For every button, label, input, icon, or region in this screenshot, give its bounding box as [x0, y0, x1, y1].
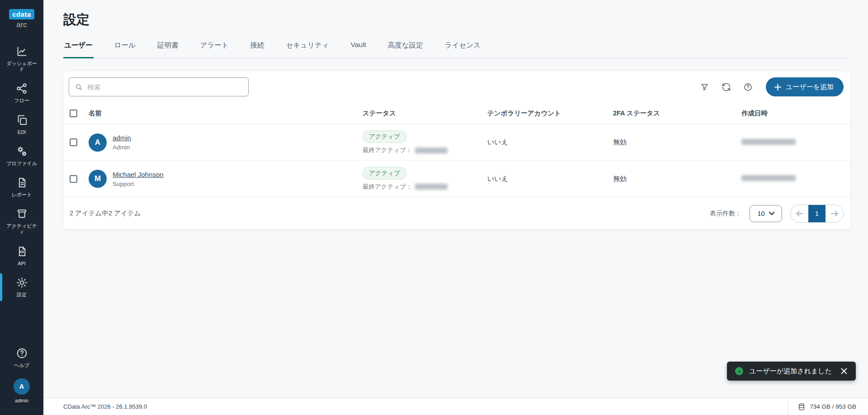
user-name-link[interactable]: Michael Johnson — [113, 171, 164, 178]
arc-logo-text: arc — [16, 20, 27, 29]
sidebar-item-help[interactable]: ヘルプ — [0, 342, 43, 373]
close-icon — [840, 367, 848, 375]
sidebar-item-edi[interactable]: EDI — [0, 109, 43, 140]
created-cell — [741, 175, 844, 183]
avatar: A — [89, 134, 107, 152]
select-all-checkbox[interactable] — [70, 110, 77, 117]
tab-roles[interactable]: ロール — [113, 41, 137, 58]
col-header-created: 作成日時 — [741, 109, 844, 118]
sidebar-item-label: アクティビティ — [5, 223, 38, 235]
dashboard-icon — [16, 45, 28, 57]
col-header-name: 名前 — [89, 109, 363, 118]
sidebar-item-label: EDI — [18, 129, 26, 135]
current-page-button[interactable]: 1 — [808, 205, 826, 222]
tab-security[interactable]: セキュリティ — [285, 41, 330, 58]
redacted-value — [741, 139, 796, 145]
search-box — [69, 77, 249, 96]
disk-icon — [797, 403, 806, 411]
sidebar-item-label: ヘルプ — [14, 363, 29, 368]
twofa-status-cell: 無効 — [613, 138, 741, 147]
table-row: A admin Admin アクティブ 最終アクティブ： いいえ — [63, 124, 851, 161]
tab-licensing[interactable]: ライセンス — [444, 41, 481, 58]
row-checkbox[interactable] — [70, 138, 77, 146]
toast-notification: ユーザーが追加されました — [727, 362, 856, 381]
sidebar-item-dashboard[interactable]: ダッシュボード — [0, 40, 43, 77]
sidebar-item-label: API — [18, 261, 26, 267]
toast-close-button[interactable] — [840, 367, 848, 375]
last-active-row: 最終アクティブ： — [363, 146, 487, 154]
refresh-icon — [722, 82, 731, 92]
app-root: cdata arc ダッシュボード フロー EDI プロファイル レポ — [0, 0, 868, 415]
help-button[interactable] — [741, 79, 756, 95]
table-row: M Michael Johnson Support アクティブ 最終アクティブ： — [63, 161, 851, 197]
row-checkbox[interactable] — [70, 175, 77, 183]
status-cell: アクティブ 最終アクティブ： — [363, 130, 487, 154]
col-header-status: ステータス — [363, 109, 487, 118]
settings-tabs: ユーザー ロール 証明書 アラート 接続 セキュリティ Vault 高度な設定 … — [63, 41, 851, 58]
add-user-button[interactable]: ユーザーを追加 — [766, 77, 844, 96]
page-size-select[interactable]: 10 — [750, 205, 782, 222]
user-name-link[interactable]: admin — [113, 134, 131, 142]
row-checkbox-cell — [70, 175, 89, 183]
page-size-label: 表示件数： — [710, 210, 741, 218]
tab-users[interactable]: ユーザー — [63, 41, 94, 58]
main-area: 設定 ユーザー ロール 証明書 アラート 接続 セキュリティ Vault 高度な… — [43, 0, 868, 415]
last-active-label: 最終アクティブ： — [363, 183, 412, 191]
app-logo[interactable]: cdata arc — [9, 9, 34, 29]
refresh-button[interactable] — [719, 79, 734, 95]
content-area: 設定 ユーザー ロール 証明書 アラート 接続 セキュリティ Vault 高度な… — [43, 0, 868, 398]
user-identity: Michael Johnson Support — [113, 171, 164, 187]
sidebar-item-label: フロー — [14, 98, 29, 104]
sidebar: cdata arc ダッシュボード フロー EDI プロファイル レポ — [0, 0, 43, 415]
tab-alerts[interactable]: アラート — [199, 41, 229, 58]
filter-button[interactable] — [697, 79, 712, 95]
items-summary: 2 アイテム中2 アイテム — [70, 209, 141, 218]
tab-vault[interactable]: Vault — [350, 41, 367, 58]
chevron-down-icon — [769, 212, 774, 215]
search-icon — [75, 83, 83, 91]
pagination-controls: 表示件数： 10 1 — [710, 205, 844, 223]
settings-icon — [16, 277, 28, 289]
sidebar-item-profiles[interactable]: プロファイル — [0, 140, 43, 172]
sidebar-item-label: 設定 — [17, 292, 27, 298]
tab-advanced[interactable]: 高度な設定 — [387, 41, 424, 58]
created-cell — [741, 138, 844, 147]
flows-icon — [16, 82, 28, 95]
redacted-value — [741, 175, 796, 181]
activity-icon — [16, 208, 28, 220]
status-cell: アクティブ 最終アクティブ： — [363, 167, 487, 191]
user-avatar: A — [14, 378, 30, 395]
sidebar-item-activity[interactable]: アクティビティ — [0, 203, 43, 240]
app-version: CData Arc™ 2026 - 26.1.9539.0 — [63, 403, 788, 410]
help-icon — [16, 347, 28, 359]
user-cell: M Michael Johnson Support — [89, 170, 363, 188]
user-role: Admin — [113, 144, 131, 151]
profiles-icon — [16, 145, 28, 157]
arrow-right-icon — [830, 210, 839, 217]
arrow-left-icon — [796, 210, 804, 217]
avatar: M — [89, 170, 107, 188]
sidebar-item-label: ダッシュボード — [5, 61, 38, 72]
last-active-row: 最終アクティブ： — [363, 183, 487, 191]
user-cell: A admin Admin — [89, 134, 363, 152]
next-page-button[interactable] — [826, 205, 843, 222]
user-role: Support — [113, 181, 164, 187]
table-header: 名前 ステータス テンポラリーアカウント 2FA ステータス 作成日時 — [63, 103, 851, 124]
tab-certificates[interactable]: 証明書 — [156, 41, 179, 58]
sidebar-item-reports[interactable]: レポート — [0, 172, 43, 203]
toast-message: ユーザーが追加されました — [749, 367, 832, 376]
sidebar-item-settings[interactable]: 設定 — [0, 272, 43, 303]
col-header-2fa: 2FA ステータス — [613, 109, 741, 118]
sidebar-item-api[interactable]: API — [0, 240, 43, 272]
sidebar-bottom: ヘルプ A admin — [0, 342, 43, 409]
temp-account-cell: いいえ — [487, 175, 613, 183]
search-input[interactable] — [87, 83, 243, 91]
sidebar-item-flows[interactable]: フロー — [0, 77, 43, 109]
sidebar-user-label: admin — [15, 398, 28, 404]
user-identity: admin Admin — [113, 134, 131, 151]
tab-connections[interactable]: 接続 — [250, 41, 265, 58]
sidebar-item-user[interactable]: A admin — [0, 373, 43, 409]
twofa-status-cell: 無効 — [613, 175, 741, 183]
sidebar-item-label: レポート — [12, 192, 32, 198]
prev-page-button[interactable] — [791, 205, 808, 222]
